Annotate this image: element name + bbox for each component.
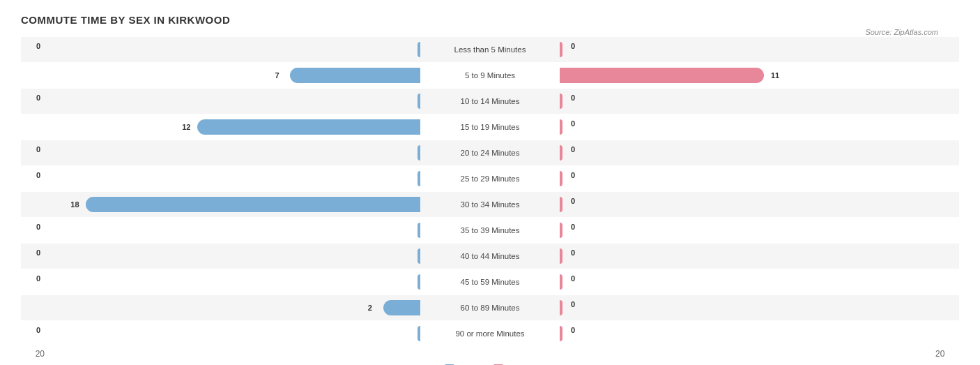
- female-bar-zero: 0: [560, 171, 562, 186]
- male-value: 18: [70, 200, 79, 209]
- right-bar-area: 11: [560, 63, 931, 88]
- label-box: 20 to 24 Minutes: [420, 149, 560, 157]
- label-box: 30 to 34 Minutes: [420, 200, 560, 209]
- axis-min-left: 20: [21, 349, 49, 359]
- male-bar: 2: [383, 300, 420, 315]
- left-bar-area: 7: [49, 63, 420, 88]
- row-label: 45 to 59 Minutes: [460, 278, 519, 286]
- male-value: 0: [36, 42, 40, 50]
- bars-container: 18 30 to 34 Minutes 0: [49, 192, 931, 217]
- left-bar-area: 0: [49, 140, 420, 165]
- male-value: 7: [275, 71, 279, 80]
- male-value: 0: [36, 274, 40, 283]
- label-box: 15 to 19 Minutes: [420, 123, 560, 131]
- bars-container: 0 Less than 5 Minutes 0: [49, 37, 931, 62]
- right-bar-area: 0: [560, 114, 931, 140]
- bars-container: 0 20 to 24 Minutes 0: [49, 140, 931, 165]
- female-bar-zero: 0: [560, 300, 562, 315]
- male-value: 0: [36, 145, 40, 154]
- right-bar-area: 0: [560, 295, 931, 320]
- chart-row: 18 30 to 34 Minutes 0: [21, 192, 959, 217]
- left-bar-area: 0: [49, 244, 420, 269]
- left-bar-area: 0: [49, 89, 420, 114]
- female-value: 0: [571, 94, 575, 102]
- chart-row: 0 90 or more Minutes 0: [21, 321, 959, 346]
- female-bar-zero: 0: [560, 145, 562, 161]
- row-label: 30 to 34 Minutes: [460, 200, 519, 209]
- chart-row: 12 15 to 19 Minutes 0: [21, 114, 959, 140]
- female-value: 0: [571, 300, 575, 308]
- right-bar-area: 0: [560, 140, 931, 165]
- row-label: 10 to 14 Minutes: [460, 97, 519, 105]
- male-bar: 7: [290, 68, 420, 83]
- left-bar-area: 12: [49, 114, 420, 140]
- right-bar-area: 0: [560, 269, 931, 295]
- left-bar-area: 0: [49, 321, 420, 346]
- female-value: 0: [571, 145, 575, 154]
- female-value: 0: [571, 171, 575, 179]
- right-bar-area: 0: [560, 89, 931, 114]
- chart-area: 0 Less than 5 Minutes 0 7: [21, 37, 959, 346]
- right-bar-area: 0: [560, 218, 931, 243]
- row-label: 60 to 89 Minutes: [460, 304, 519, 312]
- female-value: 0: [571, 326, 575, 334]
- female-bar-zero: 0: [560, 197, 562, 212]
- male-value: 0: [36, 248, 40, 257]
- label-box: 25 to 29 Minutes: [420, 174, 560, 183]
- chart-row: 0 10 to 14 Minutes 0: [21, 89, 959, 114]
- male-value: 12: [182, 123, 190, 131]
- label-box: 10 to 14 Minutes: [420, 97, 560, 105]
- label-box: 35 to 39 Minutes: [420, 226, 560, 234]
- bars-container: 0 40 to 44 Minutes 0: [49, 244, 931, 269]
- chart-row: 0 Less than 5 Minutes 0: [21, 37, 959, 62]
- chart-row: 0 40 to 44 Minutes 0: [21, 244, 959, 269]
- female-bar-zero: 0: [560, 94, 562, 109]
- label-box: 90 or more Minutes: [420, 329, 560, 338]
- axis-min-right: 20: [931, 349, 959, 359]
- bars-container: 7 5 to 9 Minutes 11: [49, 63, 931, 88]
- source-label: Source: ZipAtlas.com: [865, 28, 938, 36]
- male-value: 2: [368, 304, 372, 312]
- left-bar-area: 0: [49, 166, 420, 191]
- row-label: 40 to 44 Minutes: [460, 252, 519, 260]
- right-bar-area: 0: [560, 166, 931, 191]
- bars-container: 12 15 to 19 Minutes 0: [49, 114, 931, 140]
- female-value: 0: [571, 42, 575, 50]
- chart-title: COMMUTE TIME BY SEX IN KIRKWOOD: [21, 14, 959, 26]
- female-value: 0: [571, 248, 575, 257]
- female-value: 0: [571, 119, 575, 128]
- female-bar-zero: 0: [560, 274, 562, 290]
- chart-row: 0 25 to 29 Minutes 0: [21, 166, 959, 191]
- row-label: 20 to 24 Minutes: [460, 149, 519, 157]
- bars-container: 0 25 to 29 Minutes 0: [49, 166, 931, 191]
- label-box: 45 to 59 Minutes: [420, 278, 560, 286]
- male-bar: 12: [197, 119, 420, 135]
- left-bar-area: 18: [49, 192, 420, 217]
- chart-row: 2 60 to 89 Minutes 0: [21, 295, 959, 320]
- female-bar-zero: 0: [560, 223, 562, 238]
- male-value: 0: [36, 94, 40, 102]
- row-label: 5 to 9 Minutes: [465, 71, 515, 80]
- left-bar-area: 0: [49, 218, 420, 243]
- female-bar: 11: [560, 68, 764, 83]
- female-value: 0: [571, 197, 575, 205]
- right-bar-area: 0: [560, 321, 931, 346]
- row-label: 25 to 29 Minutes: [460, 174, 519, 183]
- bars-container: 0 90 or more Minutes 0: [49, 321, 931, 346]
- row-label: 15 to 19 Minutes: [460, 123, 519, 131]
- row-label: 35 to 39 Minutes: [460, 226, 519, 234]
- male-value: 0: [36, 171, 40, 179]
- female-value: 0: [571, 223, 575, 231]
- right-bar-area: 0: [560, 244, 931, 269]
- bars-container: 0 10 to 14 Minutes 0: [49, 89, 931, 114]
- chart-row: 7 5 to 9 Minutes 11: [21, 63, 959, 88]
- left-bar-area: 0: [49, 269, 420, 295]
- female-value: 11: [771, 71, 779, 80]
- female-bar-zero: 0: [560, 119, 562, 135]
- right-bar-area: 0: [560, 37, 931, 62]
- chart-row: 0 35 to 39 Minutes 0: [21, 218, 959, 243]
- female-bar-zero: 0: [560, 326, 562, 341]
- row-label: 90 or more Minutes: [455, 329, 524, 338]
- bars-container: 0 35 to 39 Minutes 0: [49, 218, 931, 243]
- row-label: Less than 5 Minutes: [454, 45, 526, 54]
